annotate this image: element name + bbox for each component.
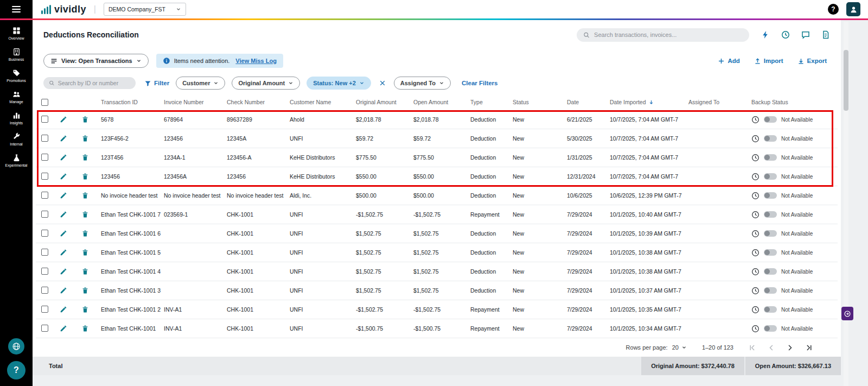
backup-toggle[interactable] (764, 306, 777, 313)
table-row[interactable]: Ethan Test CHK-1001 3 CHK-1001 UNFI $1,5… (36, 281, 838, 300)
backup-toggle[interactable] (764, 192, 777, 199)
row-checkbox[interactable] (41, 192, 48, 199)
table-row[interactable]: Ethan Test CHK-1001 4 CHK-1001 UNFI $1,5… (36, 262, 838, 281)
backup-history-icon[interactable] (751, 287, 760, 295)
status-filter-chip[interactable]: Status: New +2 (307, 77, 371, 90)
chat-icon[interactable] (801, 30, 810, 39)
edit-icon[interactable] (60, 192, 67, 199)
sidebar-item-overview[interactable]: Overview (0, 27, 33, 40)
row-checkbox[interactable] (41, 135, 48, 142)
delete-icon[interactable] (81, 325, 89, 332)
col-customer-name[interactable]: Customer Name (290, 99, 356, 105)
col-date[interactable]: Date (567, 99, 610, 105)
filter-button[interactable]: Filter (144, 80, 169, 87)
table-row[interactable]: Ethan Test CHK-1001 6 CHK-1001 UNFI $1,5… (36, 224, 838, 243)
delete-icon[interactable] (81, 192, 89, 199)
delete-icon[interactable] (81, 230, 89, 237)
sidebar-item-promotions[interactable]: Promotions (0, 69, 33, 83)
row-checkbox[interactable] (41, 325, 48, 332)
delete-icon[interactable] (81, 116, 89, 123)
col-type[interactable]: Type (470, 99, 513, 105)
view-selector-button[interactable]: View: Open Transactions (43, 54, 149, 68)
edit-icon[interactable] (60, 268, 67, 275)
delete-icon[interactable] (81, 249, 89, 256)
global-search[interactable] (577, 28, 749, 42)
delete-icon[interactable] (81, 154, 89, 161)
delete-icon[interactable] (81, 268, 89, 275)
row-checkbox[interactable] (41, 306, 48, 313)
first-page-button[interactable] (749, 344, 756, 351)
edit-icon[interactable] (60, 135, 67, 142)
delete-icon[interactable] (81, 306, 89, 313)
sidebar-item-experimental[interactable]: Experimental (0, 154, 33, 167)
backup-toggle[interactable] (764, 116, 777, 123)
table-row[interactable]: 123456 123456A 123456 KeHE Distributors … (36, 167, 838, 186)
row-checkbox[interactable] (41, 287, 48, 294)
history-clock-icon[interactable] (781, 30, 790, 39)
sidebar-item-insights[interactable]: Insights (0, 111, 33, 125)
backup-history-icon[interactable] (751, 211, 760, 219)
delete-icon[interactable] (81, 211, 89, 218)
row-checkbox[interactable] (41, 154, 48, 161)
backup-history-icon[interactable] (751, 116, 760, 124)
prev-page-button[interactable] (768, 344, 775, 351)
edit-icon[interactable] (60, 173, 67, 180)
backup-toggle[interactable] (764, 154, 777, 161)
edit-icon[interactable] (60, 154, 67, 161)
backup-toggle[interactable] (764, 230, 777, 237)
col-check-number[interactable]: Check Number (227, 99, 290, 105)
edit-icon[interactable] (60, 211, 67, 218)
backup-toggle[interactable] (764, 325, 777, 332)
backup-toggle[interactable] (764, 173, 777, 180)
col-original-amount[interactable]: Original Amount (356, 99, 413, 105)
clear-filters-button[interactable]: Clear Filters (462, 80, 497, 86)
table-search[interactable] (43, 77, 136, 89)
table-row[interactable]: Ethan Test CHK-1001 5 CHK-1001 UNFI $1,5… (36, 243, 838, 262)
backup-history-icon[interactable] (751, 249, 760, 257)
backup-toggle[interactable] (764, 211, 777, 218)
backup-toggle[interactable] (764, 135, 777, 142)
backup-toggle[interactable] (764, 249, 777, 256)
col-assigned-to[interactable]: Assigned To (688, 99, 751, 105)
export-button[interactable]: Export (797, 58, 827, 65)
backup-history-icon[interactable] (751, 306, 760, 314)
row-checkbox[interactable] (41, 249, 48, 256)
backup-toggle[interactable] (764, 268, 777, 275)
global-search-input[interactable] (594, 31, 743, 38)
backup-history-icon[interactable] (751, 192, 760, 200)
support-button[interactable]: ? (7, 361, 25, 379)
backup-history-icon[interactable] (751, 135, 760, 143)
browser-extension-tab[interactable] (841, 307, 853, 320)
next-page-button[interactable] (787, 344, 794, 351)
col-date-imported[interactable]: Date Imported (610, 99, 688, 105)
col-open-amount[interactable]: Open Amount (413, 99, 470, 105)
user-avatar[interactable] (846, 2, 860, 16)
clear-status-filter-button[interactable] (378, 78, 387, 88)
col-status[interactable]: Status (513, 99, 567, 105)
col-transaction-id[interactable]: Transaction ID (101, 99, 164, 105)
customer-filter-chip[interactable]: Customer (176, 77, 225, 90)
row-checkbox[interactable] (41, 211, 48, 218)
col-backup-status[interactable]: Backup Status (751, 99, 838, 105)
sidebar-item-internal[interactable]: Internal (0, 132, 33, 146)
scrollbar-thumb[interactable] (844, 50, 848, 111)
table-row[interactable]: 123F456-2 123456 12345A UNFI $59.72 $59.… (36, 129, 838, 148)
select-all-checkbox[interactable] (41, 99, 48, 106)
col-invoice-number[interactable]: Invoice Number (164, 99, 227, 105)
table-row[interactable]: 123T456 1234A-1 123456-A KeHE Distributo… (36, 148, 838, 167)
table-row[interactable]: 5678 678964 89637289 Ahold $2,018.78 $2,… (36, 110, 838, 129)
sidebar-toggle[interactable] (0, 0, 33, 18)
edit-icon[interactable] (60, 230, 67, 237)
vertical-scrollbar[interactable] (844, 22, 848, 386)
row-checkbox[interactable] (41, 268, 48, 275)
backup-history-icon[interactable] (751, 268, 760, 276)
lightning-icon[interactable] (761, 30, 770, 39)
table-row[interactable]: No invoice header test No invoice header… (36, 186, 838, 205)
add-button[interactable]: Add (718, 58, 739, 65)
table-search-input[interactable] (58, 80, 130, 86)
original-amount-filter-chip[interactable]: Original Amount (232, 77, 300, 90)
backup-toggle[interactable] (764, 287, 777, 294)
edit-icon[interactable] (60, 325, 67, 332)
edit-icon[interactable] (60, 287, 67, 294)
view-miss-log-link[interactable]: View Miss Log (235, 58, 277, 64)
